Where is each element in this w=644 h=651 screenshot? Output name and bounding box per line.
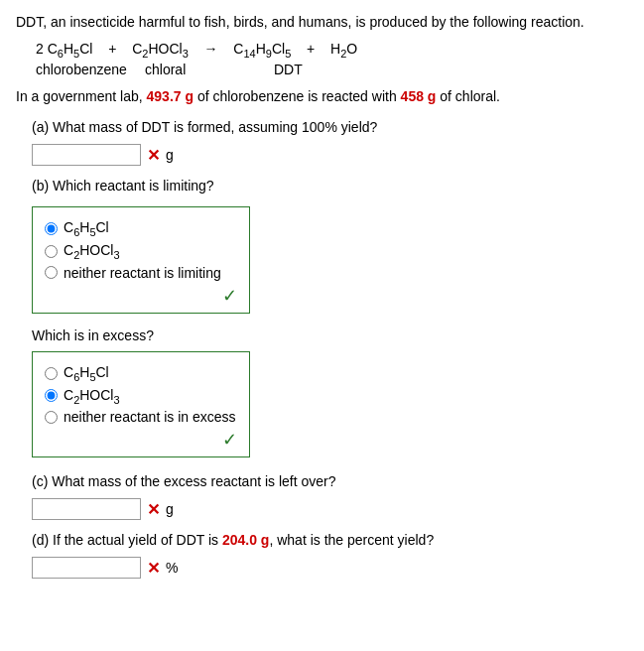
part-c-input[interactable] — [32, 498, 141, 520]
part-excess-block: Which is in excess? C6H5Cl C2HOCl3 neith… — [32, 327, 628, 462]
excess-option-3-label: neither reactant is in excess — [64, 409, 236, 425]
part-c-input-row: ✕ g — [32, 498, 628, 520]
part-a-input-row: ✕ g — [32, 144, 628, 166]
reaction-labels: chlorobenzene chloral DDT — [36, 62, 628, 77]
given-line: In a government lab, 493.7 g of chlorobe… — [16, 85, 628, 107]
reaction-equation: 2 C6H5Cl + C2HOCl3 → C14H9Cl5 + H2O — [36, 41, 628, 60]
excess-check-mark: ✓ — [45, 429, 237, 451]
part-b-block: (b) Which reactant is limiting? C6H5Cl C… — [32, 176, 628, 318]
label-chlorobenzene: chlorobenzene — [36, 62, 145, 77]
product2: H2O — [330, 41, 357, 60]
reactant2: C2HOCl3 — [132, 41, 189, 60]
part-b-option-3[interactable]: neither reactant is limiting — [45, 265, 237, 281]
part-b-radio-box: C6H5Cl C2HOCl3 neither reactant is limit… — [32, 206, 250, 314]
excess-option-1[interactable]: C6H5Cl — [45, 364, 237, 383]
part-b-label: (b) Which reactant is limiting? — [32, 176, 628, 196]
part-a-block: (a) What mass of DDT is formed, assuming… — [32, 117, 628, 166]
part-a-unit: g — [166, 147, 174, 163]
excess-option-1-label: C6H5Cl — [64, 364, 109, 383]
coeff1: 2 C6H5Cl — [36, 41, 92, 60]
product1: C14H9Cl5 — [233, 41, 291, 60]
part-b-option-2-label: C2HOCl3 — [64, 242, 120, 261]
part-b-option-3-label: neither reactant is limiting — [64, 265, 221, 281]
part-b-option-2[interactable]: C2HOCl3 — [45, 242, 237, 261]
part-d-input-row: ✕ % — [32, 557, 628, 579]
excess-option-2-label: C2HOCl3 — [64, 387, 120, 406]
arrow: → — [196, 41, 226, 57]
part-b-option-1[interactable]: C6H5Cl — [45, 219, 237, 238]
part-b-check-mark: ✓ — [45, 285, 237, 307]
part-a-x-mark: ✕ — [147, 146, 160, 165]
intro-text: DDT, an insecticide harmful to fish, bir… — [16, 12, 628, 33]
plus2: + — [299, 41, 322, 57]
part-excess-radio-box: C6H5Cl C2HOCl3 neither reactant is in ex… — [32, 351, 250, 458]
part-c-label: (c) What mass of the excess reactant is … — [32, 471, 628, 492]
part-b-option-1-label: C6H5Cl — [64, 219, 109, 238]
excess-option-3[interactable]: neither reactant is in excess — [45, 409, 237, 425]
excess-option-2[interactable]: C2HOCl3 — [45, 387, 237, 406]
part-a-input[interactable] — [32, 144, 141, 166]
part-a-label: (a) What mass of DDT is formed, assuming… — [32, 117, 628, 138]
part-d-input[interactable] — [32, 557, 141, 579]
part-d-x-mark: ✕ — [147, 559, 160, 578]
part-c-block: (c) What mass of the excess reactant is … — [32, 471, 628, 520]
plus1: + — [100, 41, 124, 57]
part-d-unit: % — [166, 560, 178, 576]
part-d-block: (d) If the actual yield of DDT is 204.0 … — [32, 530, 628, 579]
which-excess-label: Which is in excess? — [32, 327, 628, 343]
label-ddt: DDT — [274, 62, 303, 77]
part-c-unit: g — [166, 501, 174, 517]
part-d-label: (d) If the actual yield of DDT is 204.0 … — [32, 530, 628, 551]
label-chloral: chloral — [145, 62, 274, 77]
part-c-x-mark: ✕ — [147, 500, 160, 519]
